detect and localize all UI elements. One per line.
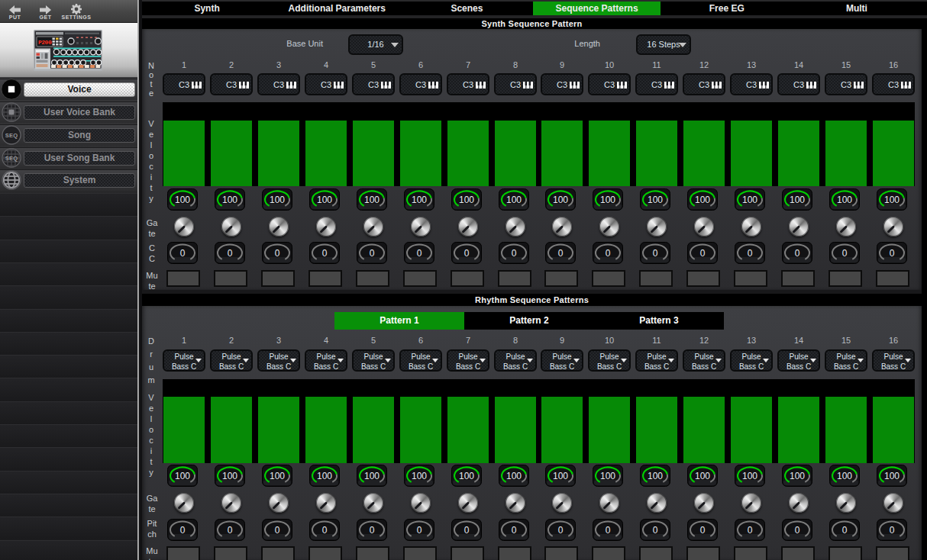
svg-text:100: 100 (222, 195, 237, 205)
svg-text:100: 100 (884, 195, 900, 205)
svg-text:100: 100 (364, 471, 380, 481)
svg-text:100: 100 (648, 471, 663, 481)
svg-text:P200: P200 (38, 39, 52, 46)
svg-text:SEQ: SEQ (5, 132, 18, 139)
svg-text:0: 0 (890, 525, 895, 536)
svg-text:0: 0 (653, 248, 658, 259)
svg-text:0: 0 (228, 525, 233, 536)
svg-text:0: 0 (228, 248, 233, 259)
svg-text:0: 0 (890, 248, 895, 259)
svg-text:0: 0 (700, 525, 706, 536)
svg-text:100: 100 (553, 471, 568, 481)
svg-text:100: 100 (695, 195, 710, 205)
svg-text:100: 100 (175, 471, 190, 481)
svg-text:SEQ: SEQ (5, 155, 18, 162)
svg-text:100: 100 (506, 471, 522, 481)
svg-text:100: 100 (317, 195, 332, 205)
svg-text:0: 0 (795, 248, 800, 259)
svg-text:100: 100 (459, 195, 474, 205)
svg-text:100: 100 (412, 471, 427, 481)
svg-text:100: 100 (506, 195, 522, 205)
svg-text:100: 100 (884, 471, 900, 481)
svg-text:100: 100 (742, 471, 757, 481)
svg-text:100: 100 (695, 471, 710, 481)
svg-text:0: 0 (464, 248, 470, 259)
svg-text:0: 0 (653, 525, 658, 536)
svg-text:100: 100 (270, 195, 285, 205)
svg-text:0: 0 (322, 525, 328, 536)
svg-text:0: 0 (795, 525, 800, 536)
svg-text:100: 100 (600, 471, 615, 481)
svg-text:100: 100 (317, 471, 332, 481)
svg-text:0: 0 (558, 525, 564, 536)
svg-text:100: 100 (648, 195, 663, 205)
svg-text:0: 0 (842, 525, 848, 536)
svg-text:0: 0 (700, 248, 706, 259)
svg-text:0: 0 (417, 525, 422, 536)
svg-text:100: 100 (837, 471, 852, 481)
svg-text:0: 0 (322, 248, 328, 259)
svg-text:100: 100 (364, 195, 380, 205)
svg-text:100: 100 (459, 471, 474, 481)
svg-text:100: 100 (742, 195, 757, 205)
svg-text:100: 100 (270, 471, 285, 481)
svg-text:0: 0 (512, 248, 517, 259)
svg-text:0: 0 (842, 248, 848, 259)
svg-text:0: 0 (512, 525, 517, 536)
svg-text:0: 0 (180, 248, 186, 259)
svg-text:100: 100 (790, 471, 805, 481)
svg-text:0: 0 (370, 525, 375, 536)
svg-text:100: 100 (222, 471, 237, 481)
svg-text:100: 100 (837, 195, 852, 205)
svg-text:0: 0 (417, 248, 422, 259)
svg-text:0: 0 (275, 248, 280, 259)
svg-text:0: 0 (558, 248, 564, 259)
svg-text:0: 0 (180, 525, 186, 536)
svg-text:100: 100 (175, 195, 190, 205)
svg-text:100: 100 (600, 195, 615, 205)
svg-text:0: 0 (464, 525, 470, 536)
svg-text:0: 0 (748, 248, 753, 259)
svg-text:0: 0 (606, 525, 611, 536)
svg-text:100: 100 (553, 195, 568, 205)
svg-text:0: 0 (370, 248, 375, 259)
svg-text:100: 100 (412, 195, 427, 205)
svg-text:0: 0 (275, 525, 280, 536)
svg-text:0: 0 (748, 525, 753, 536)
svg-text:100: 100 (790, 195, 805, 205)
svg-text:0: 0 (606, 248, 611, 259)
